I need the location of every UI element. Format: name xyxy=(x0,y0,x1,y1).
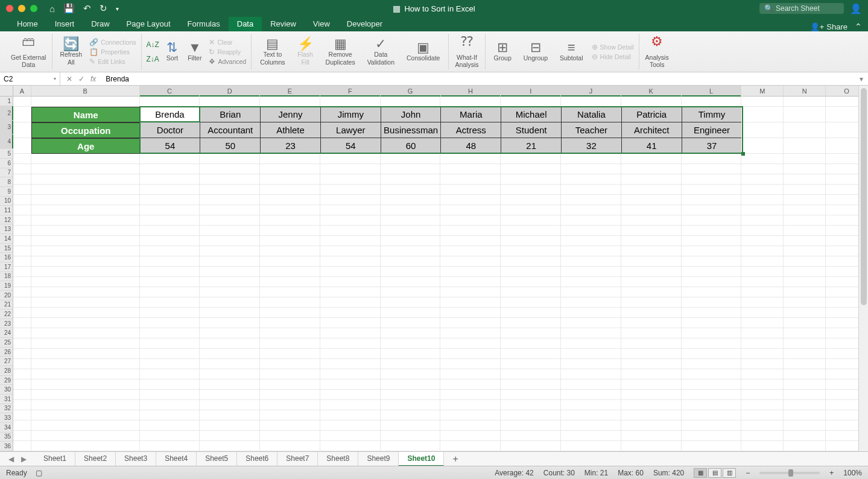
cell-A8[interactable] xyxy=(13,185,31,195)
cell-M28[interactable] xyxy=(741,390,784,400)
cell-B11[interactable] xyxy=(31,215,140,226)
cell-E10[interactable] xyxy=(260,205,320,215)
row-header-25[interactable]: 25 xyxy=(0,338,13,347)
cell-A10[interactable] xyxy=(13,205,31,215)
cell-H10[interactable] xyxy=(440,205,501,215)
cell-H13[interactable] xyxy=(440,236,501,246)
cell-N6[interactable] xyxy=(784,164,826,174)
show-detail-button[interactable]: ⊕Show Detail xyxy=(592,43,634,51)
cell-B23[interactable] xyxy=(31,338,140,349)
cell-E6[interactable] xyxy=(260,164,320,174)
cell-K3[interactable]: Architect xyxy=(621,122,682,138)
cell-F29[interactable] xyxy=(320,400,381,410)
cell-K5[interactable] xyxy=(621,154,682,164)
cell-L23[interactable] xyxy=(682,338,742,349)
column-header-L[interactable]: L xyxy=(682,86,742,96)
cell-J15[interactable] xyxy=(561,256,621,267)
row-header-15[interactable]: 15 xyxy=(0,244,13,253)
sheet-nav-prev-icon[interactable]: ◀ xyxy=(8,455,14,463)
cell-J4[interactable]: 32 xyxy=(561,138,621,154)
cell-D9[interactable] xyxy=(200,195,260,205)
sheet-tab-sheet3[interactable]: Sheet3 xyxy=(116,452,156,466)
cell-B31[interactable] xyxy=(31,420,140,431)
cell-G13[interactable] xyxy=(381,236,441,246)
cell-M23[interactable] xyxy=(741,338,784,349)
cell-D32[interactable] xyxy=(200,431,260,441)
cell-L21[interactable] xyxy=(682,318,742,328)
collapse-ribbon-icon[interactable]: ⌃ xyxy=(855,22,862,31)
cell-K16[interactable] xyxy=(621,267,682,277)
cell-C15[interactable] xyxy=(140,256,200,267)
cell-E33[interactable] xyxy=(260,441,320,451)
cell-K21[interactable] xyxy=(621,318,682,328)
cell-H25[interactable] xyxy=(440,359,501,369)
row-header-8[interactable]: 8 xyxy=(0,177,13,187)
cell-D15[interactable] xyxy=(200,256,260,267)
cell-L12[interactable] xyxy=(682,226,742,236)
cell-C3[interactable]: Doctor xyxy=(140,122,200,138)
cell-L1[interactable] xyxy=(682,97,742,107)
cell-G2[interactable]: John xyxy=(381,107,441,122)
cell-K2[interactable]: Patricia xyxy=(621,107,682,122)
ribbon-tab-view[interactable]: View xyxy=(305,17,338,31)
cell-E16[interactable] xyxy=(260,267,320,277)
row-header-9[interactable]: 9 xyxy=(0,187,13,197)
column-header-D[interactable]: D xyxy=(200,86,260,96)
cell-I30[interactable] xyxy=(501,410,561,420)
cell-J32[interactable] xyxy=(561,431,621,441)
name-box[interactable]: C2 ▾ xyxy=(0,72,60,85)
name-box-dropdown-icon[interactable]: ▾ xyxy=(54,76,56,81)
cell-B13[interactable] xyxy=(31,236,140,246)
cell-B10[interactable] xyxy=(31,205,140,215)
cell-B29[interactable] xyxy=(31,400,140,410)
cell-I31[interactable] xyxy=(501,420,561,431)
cell-D30[interactable] xyxy=(200,410,260,420)
cell-A5[interactable] xyxy=(13,154,31,164)
cell-A31[interactable] xyxy=(13,420,31,431)
cell-E15[interactable] xyxy=(260,256,320,267)
cell-F7[interactable] xyxy=(320,174,381,185)
row-header-31[interactable]: 31 xyxy=(0,395,13,404)
cell-F16[interactable] xyxy=(320,267,381,277)
cell-D23[interactable] xyxy=(200,338,260,349)
cell-M31[interactable] xyxy=(741,420,784,431)
cell-A32[interactable] xyxy=(13,431,31,441)
cell-N29[interactable] xyxy=(784,400,826,410)
cell-A25[interactable] xyxy=(13,359,31,369)
row-header-5[interactable]: 5 xyxy=(0,149,13,159)
cell-D13[interactable] xyxy=(200,236,260,246)
row-header-12[interactable]: 12 xyxy=(0,215,13,225)
cell-L31[interactable] xyxy=(682,420,742,431)
cell-D28[interactable] xyxy=(200,390,260,400)
cell-I20[interactable] xyxy=(501,308,561,318)
cell-G8[interactable] xyxy=(381,185,441,195)
cell-C25[interactable] xyxy=(140,359,200,369)
ribbon-tab-insert[interactable]: Insert xyxy=(46,17,83,31)
cell-C28[interactable] xyxy=(140,390,200,400)
cell-H15[interactable] xyxy=(440,256,501,267)
cell-J29[interactable] xyxy=(561,400,621,410)
cell-H28[interactable] xyxy=(440,390,501,400)
cell-J21[interactable] xyxy=(561,318,621,328)
cell-I8[interactable] xyxy=(501,185,561,195)
sheet-tab-sheet4[interactable]: Sheet4 xyxy=(156,452,197,466)
ribbon-tab-draw[interactable]: Draw xyxy=(83,17,118,31)
cell-L7[interactable] xyxy=(682,174,742,185)
column-header-H[interactable]: H xyxy=(441,86,501,96)
row-header-4[interactable]: 4 xyxy=(0,135,13,149)
cell-M15[interactable] xyxy=(741,256,784,267)
cell-B3[interactable]: Occupation xyxy=(31,122,140,138)
sort-button[interactable]: ⇅ Sort xyxy=(164,41,180,62)
cell-A11[interactable] xyxy=(13,215,31,226)
maximize-window-icon[interactable] xyxy=(30,5,37,12)
cell-B8[interactable] xyxy=(31,185,140,195)
cell-D2[interactable]: Brian xyxy=(200,107,260,122)
page-layout-view-button[interactable]: ▤ xyxy=(708,468,721,478)
cell-B7[interactable] xyxy=(31,174,140,185)
cell-J8[interactable] xyxy=(561,185,621,195)
cell-A9[interactable] xyxy=(13,195,31,205)
cell-K17[interactable] xyxy=(621,277,682,287)
close-window-icon[interactable] xyxy=(6,5,13,12)
cell-F11[interactable] xyxy=(320,215,381,226)
row-header-35[interactable]: 35 xyxy=(0,433,13,442)
